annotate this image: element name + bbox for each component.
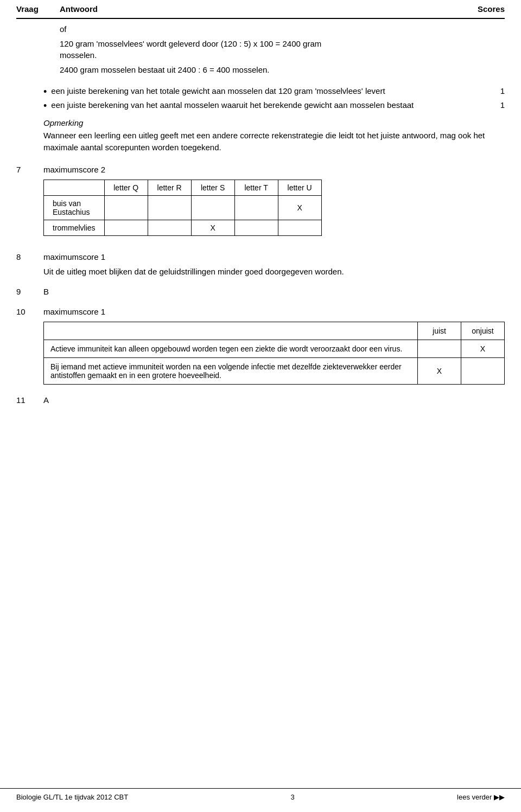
q7-buis-u: X bbox=[278, 195, 321, 220]
q11-answer: A bbox=[43, 395, 505, 405]
header-vraag: Vraag bbox=[16, 4, 60, 14]
q11-number: 11 bbox=[16, 395, 43, 405]
q8-text: Uit de uitleg moet blijken dat de geluid… bbox=[43, 267, 505, 276]
bullet-item-2: een juiste berekening van het aantal mos… bbox=[43, 100, 505, 112]
q8-body: maximumscore 1 Uit de uitleg moet blijke… bbox=[43, 252, 505, 276]
q7-number: 7 bbox=[16, 165, 43, 241]
q10-statement-2: Bij iemand met actieve immuniteit worden… bbox=[44, 357, 418, 384]
footer-left: Biologie GL/TL 1e tijdvak 2012 CBT bbox=[16, 793, 128, 801]
q9-number: 9 bbox=[16, 287, 43, 296]
bullet-item-1-score: 1 bbox=[490, 86, 505, 95]
q10-col-onjuist: onjuist bbox=[461, 322, 505, 340]
q7-buis-r bbox=[148, 195, 191, 220]
q7-trommel-s: X bbox=[191, 220, 234, 235]
question10-section: 10 maximumscore 1 juist onjuist Actieve … bbox=[16, 307, 505, 385]
q10-col-statement bbox=[44, 322, 418, 340]
q10-header-row: juist onjuist bbox=[44, 322, 505, 340]
q7-col-letterS: letter S bbox=[191, 180, 234, 195]
q7-table-header-row: letter Q letter R letter S letter T lett… bbox=[44, 180, 322, 195]
q10-col-juist: juist bbox=[418, 322, 461, 340]
q7-col-letterQ: letter Q bbox=[104, 180, 148, 195]
bullet-list: een juiste berekening van het totale gew… bbox=[43, 86, 505, 112]
q7-col-letterU: letter U bbox=[278, 180, 321, 195]
q10-row-2: Bij iemand met actieve immuniteit worden… bbox=[44, 357, 505, 384]
question6-bullets-section: een juiste berekening van het totale gew… bbox=[16, 86, 505, 154]
q7-row-buis: buis vanEustachius X bbox=[44, 195, 322, 220]
q7-trommel-u bbox=[278, 220, 321, 235]
q9-body: B bbox=[43, 287, 505, 296]
intro-block: 120 gram 'mosselvlees' wordt geleverd do… bbox=[60, 38, 505, 75]
q7-buis-q bbox=[104, 195, 148, 220]
bullet-item-2-score: 1 bbox=[490, 100, 505, 110]
q7-table: letter Q letter R letter S letter T lett… bbox=[43, 180, 322, 236]
q7-buis-s bbox=[191, 195, 234, 220]
q11-body: A bbox=[43, 395, 505, 405]
q7-trommel-r bbox=[148, 220, 191, 235]
question11-section: 11 A bbox=[16, 395, 505, 405]
q9-answer: B bbox=[43, 287, 505, 296]
q7-row-trommel-label: trommelvlies bbox=[44, 220, 105, 235]
q7-buis-t bbox=[234, 195, 278, 220]
question7-section: 7 maximumscore 2 letter Q letter R lette… bbox=[16, 165, 505, 241]
header-scores: Scores bbox=[450, 4, 505, 14]
q10-row2-onjuist bbox=[461, 357, 505, 384]
question8-section: 8 maximumscore 1 Uit de uitleg moet blij… bbox=[16, 252, 505, 276]
bullet-item-2-text: een juiste berekening van het aantal mos… bbox=[51, 100, 414, 110]
q7-row-trommel: trommelvlies X bbox=[44, 220, 322, 235]
q7-body: maximumscore 2 letter Q letter R letter … bbox=[43, 165, 505, 241]
q10-table: juist onjuist Actieve immuniteit kan all… bbox=[43, 322, 505, 385]
intro-line2: 2400 gram mosselen bestaat uit 2400 : 6 … bbox=[60, 64, 505, 75]
intro-line1: 120 gram 'mosselvlees' wordt geleverd do… bbox=[60, 38, 505, 61]
header-antwoord: Antwoord bbox=[60, 4, 450, 14]
opmerking-title: Opmerking bbox=[43, 118, 83, 127]
question9-section: 9 B bbox=[16, 287, 505, 296]
main-content: of 120 gram 'mosselvlees' wordt geleverd… bbox=[16, 19, 505, 421]
q8-maximumscore: maximumscore 1 bbox=[43, 252, 505, 261]
footer-right: lees verder ▶▶ bbox=[457, 793, 505, 801]
q10-statement-1: Actieve immuniteit kan alleen opgebouwd … bbox=[44, 340, 418, 357]
q10-maximumscore: maximumscore 1 bbox=[43, 307, 505, 316]
q10-body: maximumscore 1 juist onjuist Actieve imm… bbox=[43, 307, 505, 385]
q10-row2-juist: X bbox=[418, 357, 461, 384]
q7-col-empty bbox=[44, 180, 105, 195]
q6-body: een juiste berekening van het totale gew… bbox=[43, 86, 505, 154]
opmerking-text: Wanneer een leerling een uitleg geeft me… bbox=[43, 131, 485, 152]
q6-spacer bbox=[16, 86, 43, 154]
opmerking-block: Opmerking Wanneer een leerling een uitle… bbox=[43, 117, 505, 154]
of-text: of bbox=[60, 24, 505, 34]
q7-col-letterR: letter R bbox=[148, 180, 191, 195]
bullet-item-1-text: een juiste berekening van het totale gew… bbox=[51, 86, 385, 95]
q10-row-1: Actieve immuniteit kan alleen opgebouwd … bbox=[44, 340, 505, 357]
q7-trommel-q bbox=[104, 220, 148, 235]
page-footer: Biologie GL/TL 1e tijdvak 2012 CBT 3 lee… bbox=[0, 788, 521, 801]
page-header: Vraag Antwoord Scores bbox=[16, 0, 505, 19]
q7-trommel-t bbox=[234, 220, 278, 235]
q7-col-letterT: letter T bbox=[234, 180, 278, 195]
bullet-item-1: een juiste berekening van het totale gew… bbox=[43, 86, 505, 98]
q10-row1-onjuist: X bbox=[461, 340, 505, 357]
q10-row1-juist bbox=[418, 340, 461, 357]
footer-center: 3 bbox=[291, 793, 295, 801]
q8-number: 8 bbox=[16, 252, 43, 276]
q7-maximumscore: maximumscore 2 bbox=[43, 165, 505, 174]
q7-row-buis-label: buis vanEustachius bbox=[44, 195, 105, 220]
q10-number: 10 bbox=[16, 307, 43, 385]
